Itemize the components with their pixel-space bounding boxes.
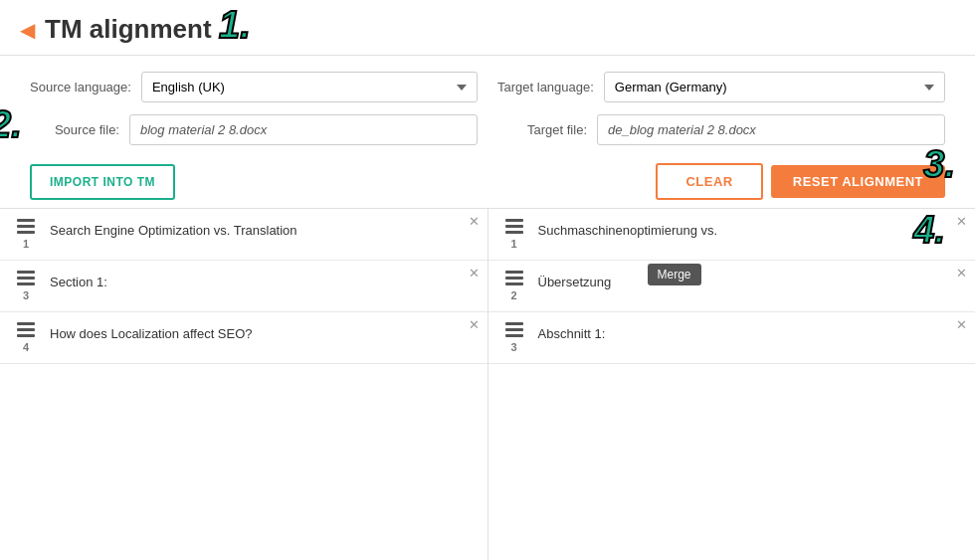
segment-icon: 3	[502, 322, 526, 353]
segment-icon: 3	[14, 271, 38, 301]
target-language-group: Target language: German (Germany)	[497, 72, 945, 102]
header: ◀ TM alignment 1.	[0, 0, 975, 56]
segment-icon: 4	[14, 322, 38, 353]
target-file-input[interactable]	[597, 114, 945, 145]
file-row: Source file: Target file:	[30, 114, 945, 145]
segment-number: 1	[23, 238, 29, 250]
segment-text: Search Engine Optimization vs. Translati…	[50, 219, 474, 241]
close-icon[interactable]: ✕	[956, 267, 967, 280]
source-segments-col: 1 Search Engine Optimization vs. Transla…	[0, 209, 488, 560]
segment-number: 3	[510, 341, 516, 353]
source-file-input[interactable]	[129, 114, 478, 145]
target-file-label: Target file:	[497, 122, 587, 137]
drag-handle-icon[interactable]	[17, 219, 35, 234]
back-icon[interactable]: ◀	[20, 18, 35, 42]
segment-icon: 1	[502, 219, 526, 250]
close-icon[interactable]: ✕	[469, 267, 480, 280]
table-row: 2 Übersetzung ✕	[488, 261, 976, 312]
segment-icon: 2	[502, 271, 526, 301]
table-row: 3 Abschnitt 1: ✕	[488, 312, 976, 364]
close-icon[interactable]: ✕	[956, 215, 967, 228]
segment-number: 4	[23, 341, 29, 353]
target-language-select[interactable]: German (Germany)	[604, 72, 945, 102]
step-3-label: 3.	[923, 145, 955, 183]
table-row: 4 How does Localization affect SEO? ✕	[0, 312, 488, 364]
merge-tooltip: Merge	[648, 264, 701, 285]
drag-handle-icon[interactable]	[505, 271, 523, 285]
step-4-label: 4.	[913, 211, 945, 249]
close-icon[interactable]: ✕	[956, 318, 967, 331]
language-row: Source language: English (UK) Target lan…	[30, 72, 945, 102]
source-language-group: Source language: English (UK)	[30, 72, 478, 102]
segment-number: 3	[23, 289, 29, 301]
target-language-label: Target language:	[497, 80, 594, 94]
segment-text: Suchmaschinenoptimierung vs.	[538, 219, 962, 241]
drag-handle-icon[interactable]	[505, 322, 523, 337]
segment-number: 1	[510, 238, 516, 250]
table-row: 3 Section 1: ✕	[0, 261, 488, 312]
drag-handle-icon[interactable]	[17, 271, 35, 285]
segment-number: 2	[510, 289, 516, 301]
form-area: 2. Source language: English (UK) Target …	[0, 56, 975, 155]
source-language-select[interactable]: English (UK)	[141, 72, 478, 102]
segment-text: How does Localization affect SEO?	[50, 322, 474, 344]
action-bar: IMPORT INTO TM CLEAR RESET ALIGNMENT 3.	[0, 155, 975, 208]
table-row: 1 Search Engine Optimization vs. Transla…	[0, 209, 488, 261]
segment-text: Abschnitt 1:	[538, 322, 962, 344]
segment-icon: 1	[14, 219, 38, 250]
segment-text: Übersetzung	[538, 271, 962, 292]
reset-button[interactable]: RESET ALIGNMENT	[771, 165, 945, 198]
source-language-label: Source language:	[30, 80, 131, 94]
source-file-group: Source file:	[30, 114, 478, 145]
drag-handle-icon[interactable]	[505, 219, 523, 234]
source-file-label: Source file:	[30, 122, 119, 137]
segment-text: Section 1:	[50, 271, 474, 292]
close-icon[interactable]: ✕	[469, 215, 480, 228]
segments-area: 1 Search Engine Optimization vs. Transla…	[0, 208, 975, 560]
step-2-label: 2.	[0, 105, 22, 143]
page-wrapper: ◀ TM alignment 1. 2. Source language: En…	[0, 0, 975, 560]
close-icon[interactable]: ✕	[469, 318, 480, 331]
step-1-label: 1.	[219, 6, 251, 44]
clear-button[interactable]: CLEAR	[656, 163, 762, 200]
target-segments-col: 1 Suchmaschinenoptimierung vs. ✕ 4. Merg…	[488, 209, 976, 560]
table-row: 1 Suchmaschinenoptimierung vs. ✕ 4. Merg…	[488, 209, 976, 261]
import-button[interactable]: IMPORT INTO TM	[30, 164, 175, 200]
drag-handle-icon[interactable]	[17, 322, 35, 337]
target-file-group: Target file:	[497, 114, 945, 145]
page-title: TM alignment	[45, 14, 212, 45]
